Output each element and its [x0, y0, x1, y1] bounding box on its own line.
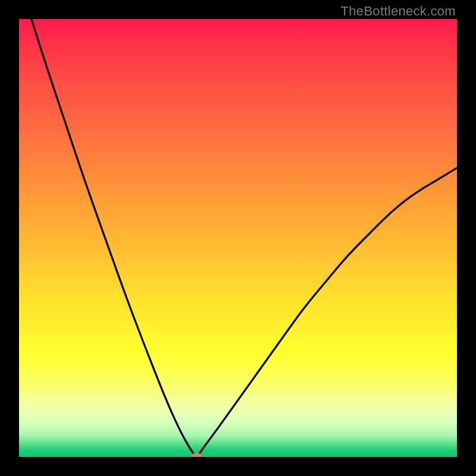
- watermark-text: TheBottleneck.com: [341, 4, 456, 19]
- chart-frame: TheBottleneck.com: [0, 0, 476, 476]
- curve-svg: [19, 19, 457, 457]
- min-marker: [190, 453, 203, 457]
- bottleneck-curve: [19, 19, 457, 456]
- plot-area: [19, 19, 457, 457]
